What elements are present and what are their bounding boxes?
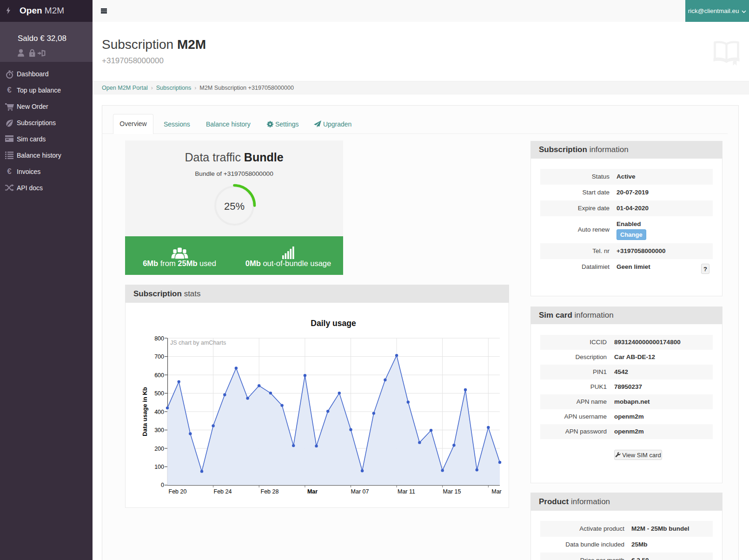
svg-text:Data usage in Kb: Data usage in Kb: [141, 387, 148, 436]
svg-text:200: 200: [154, 446, 164, 452]
svg-text:Feb 28: Feb 28: [261, 488, 279, 495]
svg-text:600: 600: [154, 372, 164, 379]
svg-text:Feb 24: Feb 24: [214, 488, 232, 495]
svg-text:Mar 15: Mar 15: [443, 488, 461, 495]
svg-text:400: 400: [154, 409, 164, 415]
svg-text:100: 100: [154, 464, 164, 470]
svg-text:Feb 20: Feb 20: [169, 488, 187, 495]
svg-text:Daily usage: Daily usage: [311, 319, 356, 328]
svg-text:0: 0: [161, 482, 164, 488]
svg-text:Mar 11: Mar 11: [398, 488, 415, 495]
svg-text:Mar 07: Mar 07: [351, 488, 369, 495]
svg-text:500: 500: [154, 390, 164, 397]
svg-text:700: 700: [154, 353, 164, 360]
svg-text:JS chart by amCharts: JS chart by amCharts: [170, 340, 226, 346]
svg-text:Mar: Mar: [491, 488, 502, 495]
svg-text:800: 800: [154, 335, 164, 342]
svg-text:300: 300: [154, 427, 164, 433]
svg-text:Mar: Mar: [307, 488, 318, 495]
